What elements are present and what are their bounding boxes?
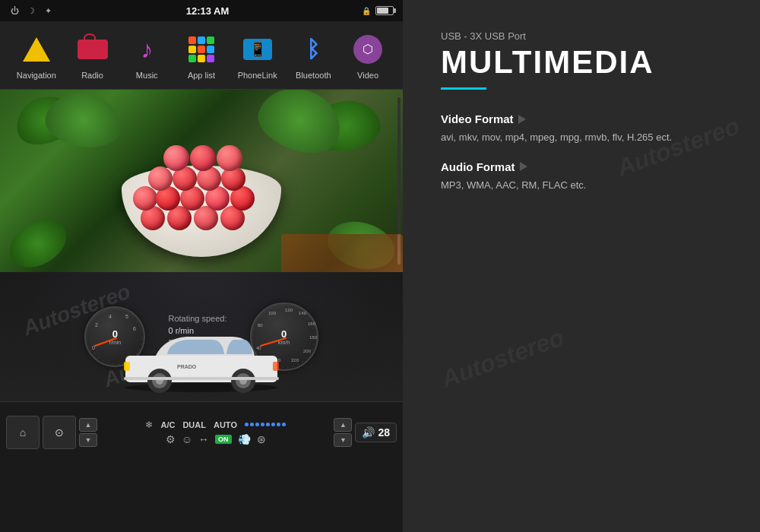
moon-icon[interactable]: ☽ — [26, 5, 36, 16]
ac-bottom: ⚙ ☺ ↔ ON 💨 ⊛ — [166, 433, 266, 445]
svg-rect-27 — [124, 362, 130, 371]
rpm-value: 0 — [112, 328, 118, 340]
back-button[interactable]: ⊙ — [43, 416, 76, 449]
nav-col-2: ▲ ▼ — [334, 418, 352, 447]
video-format-section: Video Format avi, mkv, mov, mp4, mpeg, m… — [441, 112, 722, 145]
car-image-area: PRADO — [103, 321, 300, 397]
ac-section: ❄ A/C DUAL AUTO ⚙ ☺ ↔ ON 💨 ⊛ — [100, 420, 331, 445]
speed-value: 0 — [281, 328, 287, 340]
applist-icon-wrap — [183, 31, 220, 68]
radio-icon-wrap — [74, 31, 111, 68]
dual-label: DUAL — [182, 420, 206, 429]
music-icon: ♪ — [141, 37, 153, 62]
applist-label: App list — [188, 71, 215, 80]
music-icon-wrap: ♪ — [128, 31, 165, 68]
sidebar-item-applist[interactable]: App list — [183, 31, 220, 80]
svg-text:5: 5 — [125, 314, 128, 319]
multimedia-title: MULTIMEDIA — [441, 46, 722, 78]
status-bar-left: ⏻ ☽ ✦ — [9, 5, 53, 16]
apps-grid-icon — [188, 36, 214, 62]
svg-rect-28 — [273, 362, 279, 371]
sidebar-item-radio[interactable]: Radio — [74, 31, 111, 80]
ac-sync-icon: ↔ — [198, 433, 209, 445]
sidebar-item-phonelink[interactable]: 📱 PhoneLink — [238, 31, 277, 80]
video-format-arrow-icon — [518, 115, 526, 124]
ac-top: ❄ A/C DUAL AUTO — [145, 420, 285, 430]
auto-label: AUTO — [214, 420, 237, 429]
svg-text:160: 160 — [308, 321, 316, 326]
nav-dn-2[interactable]: ▼ — [334, 433, 352, 447]
audio-format-title-row: Audio Format — [441, 160, 722, 173]
video-format-title-row: Video Format — [441, 112, 722, 125]
navigation-label: Navigation — [17, 71, 56, 80]
navigation-icon-wrap — [18, 31, 55, 68]
nav-dn-1[interactable]: ▼ — [79, 433, 97, 447]
bluetooth-label: Bluetooth — [296, 71, 331, 80]
audio-format-arrow-icon — [520, 162, 527, 171]
watermark-right-2: Autostereo — [438, 323, 568, 394]
nav-bar: Navigation Radio ♪ Music App list — [0, 21, 403, 90]
video-format-desc: avi, mkv, mov, mp4, mpeg, mpg, rmvb, flv… — [441, 130, 722, 145]
svg-text:120: 120 — [285, 308, 293, 312]
video-label: Video — [357, 71, 378, 80]
nav-arrow-icon — [23, 37, 50, 62]
status-bar: ⏻ ☽ ✦ 12:13 AM 🔒 — [0, 0, 403, 21]
ac-fan-icon: ⚙ — [166, 433, 176, 445]
lock-icon: 🔒 — [362, 7, 371, 15]
bottom-controls: ⌂ ⊙ ▲ ▼ ❄ A/C DUAL AUTO ⚙ — [0, 401, 403, 462]
sidebar-item-bluetooth[interactable]: ᛒ Bluetooth — [295, 31, 331, 80]
video-area — [0, 90, 403, 272]
car-illustration: PRADO — [110, 325, 293, 394]
volume-section: 🔊 28 — [355, 423, 397, 442]
power-icon[interactable]: ⏻ — [9, 5, 20, 16]
radio-icon — [78, 40, 108, 59]
status-bar-right: 🔒 — [362, 6, 394, 15]
ac-label: A/C — [160, 420, 175, 429]
video-icon-wrap: ⬡ — [350, 31, 386, 68]
ac-progress-dots — [245, 423, 286, 426]
radio-label: Radio — [81, 71, 103, 80]
phonelink-icon: 📱 — [243, 39, 272, 60]
dashboard-area: 0 2 4 5 6 0 r/min Rotating speed: 0 r/mi… — [0, 272, 403, 401]
home-button[interactable]: ⌂ — [6, 416, 40, 449]
nav-col-1: ▲ ▼ — [79, 418, 97, 447]
battery-icon — [375, 6, 394, 15]
speed-unit: km/h — [278, 340, 290, 345]
video-format-title: Video Format — [441, 112, 514, 125]
title-underline — [441, 87, 486, 90]
phonelink-label: PhoneLink — [238, 71, 277, 80]
music-label: Music — [136, 71, 158, 80]
right-panel: Autostereo Autostereo USB - 3X USB Port … — [403, 0, 760, 532]
audio-format-title: Audio Format — [441, 160, 515, 173]
ac-wind-icon: 💨 — [238, 433, 251, 445]
ac-symbol: ❄ — [145, 420, 153, 430]
ac-defrost-icon: ⊛ — [257, 433, 266, 445]
sidebar-item-navigation[interactable]: Navigation — [17, 31, 56, 80]
svg-text:PRADO: PRADO — [177, 364, 197, 369]
ac-on-badge[interactable]: ON — [215, 435, 232, 444]
bluetooth-icon: ᛒ — [306, 38, 320, 61]
audio-format-section: Audio Format MP3, WMA, AAC, RM, FLAC etc… — [441, 160, 722, 193]
audio-format-desc: MP3, WMA, AAC, RM, FLAC etc. — [441, 178, 722, 193]
sidebar-item-video[interactable]: ⬡ Video — [350, 31, 386, 80]
svg-text:4: 4 — [109, 314, 112, 319]
svg-text:180: 180 — [309, 335, 318, 340]
sidebar-item-music[interactable]: ♪ Music — [128, 31, 165, 80]
svg-text:2: 2 — [95, 322, 98, 328]
bluetooth-icon-wrap: ᛒ — [295, 31, 331, 68]
usb-label: USB - 3X USB Port — [441, 30, 722, 42]
video-icon: ⬡ — [353, 35, 382, 64]
nav-up-2[interactable]: ▲ — [334, 418, 352, 432]
brightness-icon[interactable]: ✦ — [43, 5, 53, 16]
nav-up-1[interactable]: ▲ — [79, 418, 97, 432]
ac-person-icon: ☺ — [182, 433, 192, 445]
svg-text:100: 100 — [268, 311, 277, 315]
svg-rect-29 — [124, 377, 279, 380]
status-time: 12:13 AM — [186, 5, 230, 17]
volume-icon: 🔊 — [362, 426, 375, 439]
video-content — [0, 90, 403, 272]
svg-text:200: 200 — [303, 349, 312, 353]
car-stereo-screen: ⏻ ☽ ✦ 12:13 AM 🔒 Navigation Radio — [0, 0, 403, 532]
volume-value: 28 — [378, 426, 390, 439]
rpm-unit: r/min — [109, 340, 122, 345]
